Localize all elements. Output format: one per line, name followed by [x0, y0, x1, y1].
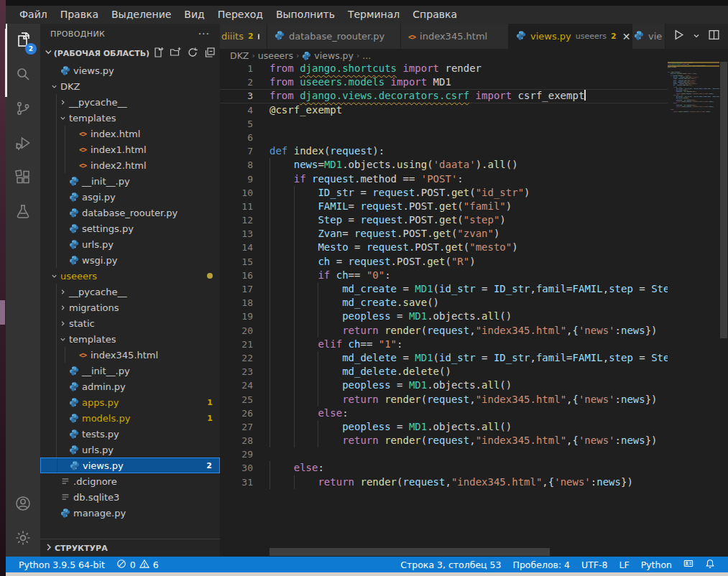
tree-item-DKZ[interactable]: DKZ — [40, 78, 220, 94]
workspace-section-header[interactable]: (РАБОЧАЯ ОБЛАСТЬ) ... — [40, 44, 220, 62]
tree-item-settings-py[interactable]: settings.py — [40, 220, 220, 236]
tree-item-index-html[interactable]: <>index.html — [40, 126, 220, 141]
indent-guide — [56, 126, 57, 141]
status-language-mode[interactable]: Python — [635, 557, 678, 572]
tree-item-views-py[interactable]: views.py — [40, 62, 220, 78]
sidebar-more-actions[interactable]: ··· — [198, 28, 210, 40]
tab-views-py[interactable]: views.py useeers 2 ✕ — [509, 24, 632, 49]
breadcrumb: DKZ› useeers› views.py› ... — [220, 49, 728, 62]
menu-правка[interactable]: Правка — [54, 6, 105, 24]
indent-guide — [56, 173, 57, 189]
line-number: 24 — [220, 378, 253, 392]
collapse-all-icon[interactable] — [204, 47, 216, 60]
html-icon: <> — [408, 31, 415, 42]
activity-run-and-debug[interactable] — [6, 127, 40, 162]
new-folder-icon[interactable] — [170, 47, 181, 60]
outline-section-header[interactable]: СТРУКТУРА — [40, 539, 220, 557]
tab-vie[interactable]: vie — [632, 24, 665, 49]
minimap[interactable]: from django.shortcuts import renderfrom … — [668, 62, 719, 349]
menu-терминал[interactable]: Терминал — [341, 6, 406, 24]
tree-item-views-py[interactable]: views.py2 — [40, 457, 220, 473]
tree-item-db-sqlite3[interactable]: db.sqlite3 — [40, 489, 220, 505]
indent-guide — [56, 220, 57, 236]
tree-item-useeers[interactable]: useeers — [40, 268, 220, 284]
tab-index345-html[interactable]: <> index345.html — [401, 24, 509, 49]
code-line-3: 3 from django.views.decorators.csrf impo… — [220, 89, 668, 103]
tree-item-templates[interactable]: templates — [40, 331, 220, 347]
menu-выполнить[interactable]: Выполнить — [269, 6, 341, 24]
new-file-icon[interactable] — [152, 47, 164, 60]
indent-guide — [56, 252, 57, 268]
tree-item-tests-py[interactable]: tests.py — [40, 426, 220, 442]
menu-выделение[interactable]: Выделение — [105, 6, 178, 24]
tree-item-migrations[interactable]: migrations — [40, 299, 220, 315]
tree-item--pycache-[interactable]: __pycache__ — [40, 94, 220, 110]
explorer-sidebar: ПРОВОДНИК ··· (РАБОЧАЯ ОБЛАСТЬ) ... view… — [40, 24, 220, 557]
menu-вид[interactable]: Вид — [178, 6, 211, 24]
line-number: 31 — [220, 475, 253, 489]
tree-item-manage-py[interactable]: manage.py — [40, 505, 220, 521]
menu-справка[interactable]: Справка — [406, 6, 464, 24]
tree-item-wsgi-py[interactable]: wsgi.py — [40, 252, 220, 268]
tab-diiits[interactable]: diiits 2 — [220, 24, 267, 49]
menu-файл[interactable]: Файл — [13, 6, 54, 24]
status-feedback[interactable] — [678, 557, 699, 572]
python-icon — [68, 239, 80, 249]
editor-actions — [665, 24, 728, 49]
tree-item-asgi-py[interactable]: asgi.py — [40, 189, 220, 205]
explorer-badge: 2 — [25, 43, 37, 55]
tree-item-urls-py[interactable]: urls.py — [40, 442, 220, 457]
tree-item-templates[interactable]: templates — [40, 110, 220, 126]
run-python-file[interactable] — [673, 29, 685, 44]
refresh-icon[interactable] — [187, 47, 198, 60]
chevron-right-icon — [59, 98, 68, 106]
run-dropdown[interactable] — [692, 29, 701, 43]
activity-extensions[interactable] — [6, 162, 40, 196]
indent-guide — [65, 347, 65, 363]
status-problems[interactable]: 0 6 — [111, 557, 165, 572]
chevron-right-icon — [59, 304, 68, 312]
tree-item-apps-py[interactable]: apps.py1 — [40, 394, 220, 410]
status-indentation[interactable]: Пробелов: 4 — [507, 557, 576, 572]
activity-testing[interactable] — [6, 196, 40, 231]
status-cursor-position[interactable]: Строка 3, столбец 53 — [395, 557, 507, 572]
breadcrumb-item[interactable]: DKZ — [230, 50, 249, 61]
tree-item-index2-html[interactable]: <>index2.html — [40, 157, 220, 173]
status-notifications[interactable] — [699, 557, 721, 572]
menu-переход[interactable]: Переход — [211, 6, 269, 24]
code-line-22: 22 md_delete = MD1(id_str = ID_str,famil… — [220, 351, 668, 365]
tree-item-models-py[interactable]: models.py1 — [40, 410, 220, 426]
breadcrumb-item[interactable]: ... — [362, 50, 371, 61]
tree-item-urls-py[interactable]: urls.py — [40, 236, 220, 252]
tree-item-index345-html[interactable]: <>index345.html — [40, 347, 220, 363]
activity-settings[interactable] — [6, 522, 40, 557]
tree-item--pycache-[interactable]: __pycache__ — [40, 284, 220, 299]
vertical-scrollbar[interactable] — [719, 62, 728, 557]
tree-item--dcignore[interactable]: .dcignore — [40, 473, 220, 489]
status-python-interpreter[interactable]: Python 3.9.5 64-bit — [13, 557, 111, 572]
horizontal-scrollbar[interactable] — [269, 548, 659, 556]
tab-database-roouter-py[interactable]: database_roouter.py — [267, 24, 401, 49]
indent-guide — [56, 110, 57, 126]
tree-item-static[interactable]: static — [40, 315, 220, 331]
activity-explorer[interactable]: 2 — [6, 24, 40, 58]
tree-item-index1-html[interactable]: <>index1.html — [40, 141, 220, 157]
tree-item-admin-py[interactable]: admin.py — [40, 378, 220, 394]
activity-search[interactable] — [6, 58, 40, 93]
line-number: 25 — [220, 393, 253, 407]
indent-guide — [56, 94, 57, 110]
code-line-17: 17 md_create = MD1(id_str = ID_str,famil… — [220, 282, 668, 296]
close-icon[interactable]: ✕ — [622, 31, 631, 42]
breadcrumb-item[interactable]: useeers — [258, 50, 293, 61]
activity-account[interactable] — [6, 488, 40, 522]
status-eol[interactable]: LF — [614, 557, 635, 572]
line-number: 30 — [220, 461, 253, 475]
status-encoding[interactable]: UTF-8 — [576, 557, 613, 572]
breadcrumb-item[interactable]: views.py — [302, 50, 354, 61]
code-editor[interactable]: 1 from django.shortcuts import render 2 … — [220, 62, 728, 557]
tree-item-database-roouter-py[interactable]: database_roouter.py — [40, 205, 220, 220]
tree-item--init-py[interactable]: __init__.py — [40, 363, 220, 378]
tree-item--init-py[interactable]: __init__.py — [40, 173, 220, 189]
split-editor[interactable] — [708, 29, 720, 44]
activity-source-control[interactable] — [6, 93, 40, 127]
